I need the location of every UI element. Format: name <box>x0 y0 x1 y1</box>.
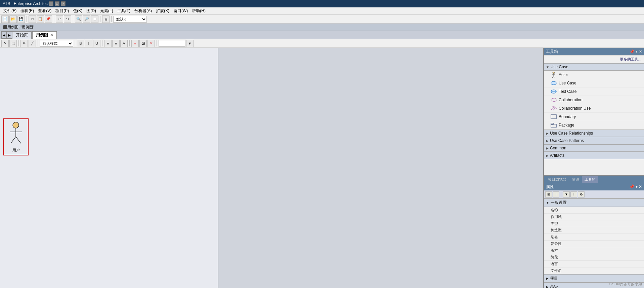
section-uc-relationships[interactable]: ▶ Use Case Relationships <box>544 130 644 137</box>
toolbox-item-collaboration[interactable]: Collaboration <box>544 96 644 104</box>
filter-icon[interactable]: ▼ <box>186 40 194 47</box>
fit-btn[interactable]: ⊞ <box>91 15 98 23</box>
props-grid-btn[interactable]: ⊞ <box>545 191 552 197</box>
menu-tools[interactable]: 工具(T) <box>115 7 132 14</box>
prop-section-general[interactable]: ▼ 一般设置 <box>544 199 644 207</box>
line-btn[interactable]: ╱ <box>29 40 36 47</box>
props-filter-btn[interactable]: ▼ <box>563 191 570 197</box>
filter-input[interactable] <box>159 40 185 47</box>
toolbox-header: 工具箱 📌 ▾ ✕ <box>544 48 644 55</box>
prop-language-label: 语言 <box>551 261 642 266</box>
menu-window[interactable]: 窗口(W) <box>171 7 190 14</box>
close-btn[interactable]: × <box>61 1 66 6</box>
save-btn[interactable]: 💾 <box>17 15 25 23</box>
menu-view[interactable]: 查看(V) <box>36 7 53 14</box>
section-use-case[interactable]: ▼ Use Case <box>544 63 644 71</box>
zoom-in-btn[interactable]: 🔍 <box>75 15 82 23</box>
svg-point-0 <box>13 122 19 128</box>
main-toolbar: 📄 📂 💾 ✂ 📋 📌 ↩ ↪ 🔍 🔎 ⊞ 🖨 默认K <box>0 15 644 24</box>
package-icon <box>551 122 557 128</box>
copy-btn[interactable]: 📋 <box>37 15 44 23</box>
draw-btn[interactable]: ✏ <box>20 40 28 47</box>
tab-resources[interactable]: 资源 <box>569 176 582 183</box>
props-settings-btn[interactable]: ⚙ <box>578 191 585 197</box>
paste-btn[interactable]: 📌 <box>45 15 52 23</box>
toolbox-menu-btn[interactable]: ▾ <box>636 49 638 54</box>
diagram-style-select[interactable]: 默认K <box>113 16 147 23</box>
image-btn[interactable]: 🖼 <box>139 40 147 47</box>
window-controls[interactable]: _ □ × <box>49 1 66 6</box>
zoom-out-btn[interactable]: 🔎 <box>83 15 90 23</box>
menu-diagram[interactable]: 图(D) <box>84 7 98 14</box>
menu-edit[interactable]: 编辑(E) <box>18 7 36 14</box>
menu-analyzer[interactable]: 分析器(A) <box>132 7 154 14</box>
toolbox-item-usecase[interactable]: Use Case <box>544 79 644 87</box>
minimize-btn[interactable]: _ <box>49 1 53 6</box>
tab-close-btn[interactable]: ✕ <box>50 33 53 37</box>
section-artifacts[interactable]: ▶ Artifacts <box>544 152 644 159</box>
toolbox-pin-btn[interactable]: 📌 <box>630 49 634 54</box>
section-artifacts-arrow: ▶ <box>546 154 549 157</box>
menu-extend[interactable]: 扩展(X) <box>154 7 171 14</box>
toolbox-close-btn[interactable]: ✕ <box>639 49 642 54</box>
actor-element[interactable]: 用户 <box>3 118 29 155</box>
toolbox-item-package[interactable]: Package <box>544 121 644 130</box>
color-btn[interactable]: ● <box>131 40 139 47</box>
toolbox-item-collaboration-use[interactable]: Collaboration Use <box>544 104 644 113</box>
toolbox-more-link[interactable]: 更多的工具... <box>544 55 644 63</box>
tab-project-browser[interactable]: 项目浏览器 <box>545 176 569 183</box>
new-btn[interactable]: 📄 <box>1 15 9 23</box>
svg-line-8 <box>552 76 554 78</box>
align-center-btn[interactable]: ≡ <box>112 40 120 47</box>
tab-nav-right[interactable]: ▶ <box>7 31 12 39</box>
boundary-icon <box>551 114 557 120</box>
menu-project[interactable]: 项目(P) <box>53 7 71 14</box>
prop-project-arrow: ▶ <box>546 277 549 280</box>
prop-item-version: 版本 <box>544 247 644 254</box>
delete-btn[interactable]: ✕ <box>147 40 155 47</box>
tab-home[interactable]: 开始页 <box>12 31 32 39</box>
section-common-label: Common <box>550 146 566 150</box>
prop-item-type: 类型 <box>544 220 644 227</box>
properties-title: 属性 <box>546 184 554 190</box>
redo-btn[interactable]: ↪ <box>64 15 71 23</box>
menu-package[interactable]: 包(K) <box>71 7 84 14</box>
properties-menu-btn[interactable]: ▾ <box>636 184 638 189</box>
canvas-area[interactable]: 用户 <box>0 48 543 288</box>
cut-btn[interactable]: ✂ <box>29 15 36 23</box>
element-style-select[interactable]: 默认样式 <box>40 40 73 47</box>
print-btn[interactable]: 🖨 <box>102 15 110 23</box>
pointer-btn[interactable]: ↖ <box>1 40 9 47</box>
app-title: ATS - Enterprise Architect <box>3 1 49 6</box>
section-uc-patterns[interactable]: ▶ Use Case Patterns <box>544 137 644 144</box>
toolbox-item-boundary[interactable]: Boundary <box>544 113 644 121</box>
tsep4 <box>102 40 102 46</box>
select-btn[interactable]: ⬚ <box>9 40 17 47</box>
maximize-btn[interactable]: □ <box>55 1 59 6</box>
bold-btn[interactable]: B <box>77 40 84 47</box>
menu-bar: 文件(F) 编辑(E) 查看(V) 项目(P) 包(K) 图(D) 元素(L) … <box>0 7 644 15</box>
svg-line-4 <box>16 137 21 143</box>
section-common[interactable]: ▶ Common <box>544 144 644 152</box>
tab-nav-left[interactable]: ◀ <box>1 31 7 39</box>
diagram-canvas[interactable]: 用户 <box>0 48 218 288</box>
props-sort-btn[interactable]: ↕ <box>553 191 559 197</box>
italic-btn[interactable]: I <box>85 40 92 47</box>
font-btn[interactable]: A <box>120 40 128 47</box>
properties-close-btn[interactable]: ✕ <box>639 184 642 189</box>
prop-general-arrow: ▼ <box>546 201 549 205</box>
menu-help[interactable]: 帮助(H) <box>190 7 208 14</box>
underline-btn[interactable]: U <box>93 40 100 47</box>
align-left-btn[interactable]: ≡ <box>104 40 112 47</box>
toolbox-item-testcase[interactable]: Test Case <box>544 87 644 96</box>
props-up-btn[interactable]: ↑ <box>570 191 577 197</box>
toolbox-item-actor[interactable]: Actor <box>544 71 644 79</box>
properties-pin-btn[interactable]: 📌 <box>629 184 634 189</box>
menu-file[interactable]: 文件(F) <box>1 7 18 14</box>
open-btn[interactable]: 📂 <box>9 15 17 23</box>
tab-usecase[interactable]: 用例图 ✕ <box>32 31 57 39</box>
svg-point-5 <box>553 72 555 74</box>
tab-toolbox[interactable]: 工具箱 <box>582 176 598 183</box>
undo-btn[interactable]: ↩ <box>56 15 63 23</box>
menu-element[interactable]: 元素(L) <box>98 7 115 14</box>
